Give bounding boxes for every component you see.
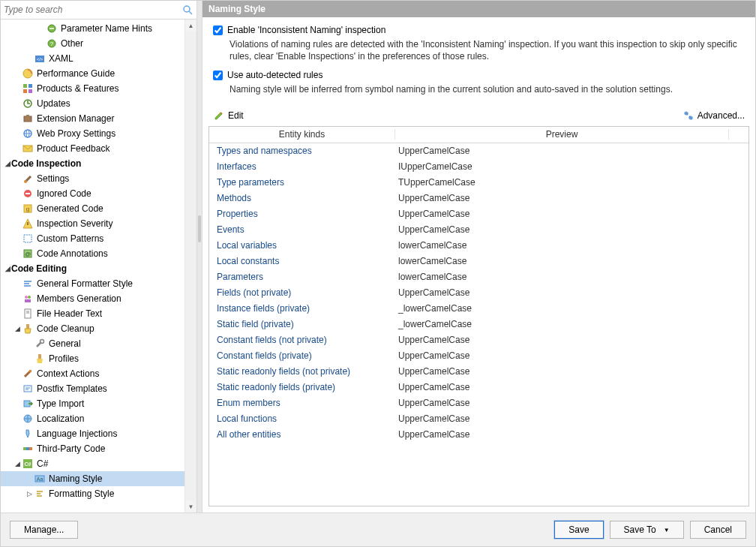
tree-item-generated-code[interactable]: gGenerated Code (1, 201, 184, 216)
cancel-button[interactable]: Cancel (690, 521, 746, 539)
tree-item-general[interactable]: General (1, 336, 184, 351)
entity-kind-link[interactable]: Fields (not private) (209, 287, 395, 298)
entity-kind-link[interactable]: Enum members (209, 398, 395, 408)
entity-kind-link[interactable]: Local constants (209, 256, 395, 266)
scroll-down-arrow-icon[interactable]: ▼ (185, 500, 196, 512)
entity-kind-link[interactable]: Local variables (209, 240, 395, 251)
naming-rule-row[interactable]: MethodsUpperCamelCase (209, 191, 748, 206)
naming-rule-row[interactable]: Enum membersUpperCamelCase (209, 395, 748, 411)
naming-rule-row[interactable]: Local functionsUpperCamelCase (209, 411, 748, 427)
tree-section-code-editing[interactable]: ◢Code Editing (1, 261, 184, 276)
tree-item-formatting-style[interactable]: ▷Formatting Style (1, 486, 184, 501)
tree-collapse-icon[interactable]: ◢ (13, 321, 22, 336)
scroll-thumb[interactable] (185, 32, 196, 500)
tree-collapse-icon[interactable]: ◢ (4, 156, 11, 171)
tree-item-c-[interactable]: ◢C#C# (1, 456, 184, 471)
entity-kind-link[interactable]: Types and namespaces (209, 146, 395, 156)
tree-item-code-cleanup[interactable]: ◢Code Cleanup (1, 321, 184, 336)
tree-item-label: File Header Text (37, 308, 102, 319)
sidebar-splitter[interactable] (197, 1, 202, 512)
entity-kind-link[interactable]: Interfaces (209, 161, 395, 172)
entity-preview: _lowerCamelCase (395, 319, 748, 329)
tree-item-other[interactable]: ?Other (1, 36, 184, 51)
naming-rule-row[interactable]: Static field (private)_lowerCamelCase (209, 317, 748, 332)
naming-rule-row[interactable]: Type parametersTUpperCamelCase (209, 175, 748, 191)
entity-kind-link[interactable]: Static readonly fields (private) (209, 382, 395, 392)
advanced-button[interactable]: Advanced... (682, 110, 745, 122)
tree-item-profiles[interactable]: Profiles (1, 351, 184, 366)
tree-item-custom-patterns[interactable]: Custom Patterns (1, 231, 184, 246)
tree-item-ignored-code[interactable]: Ignored Code (1, 186, 184, 201)
tree-item-naming-style[interactable]: AaNaming Style (1, 471, 184, 486)
tree-item-localization[interactable]: Localization (1, 411, 184, 426)
naming-rule-row[interactable]: Static readonly fields (private)UpperCam… (209, 380, 748, 395)
tree-item-product-feedback[interactable]: Product Feedback (1, 141, 184, 156)
tree-item-code-annotations[interactable]: @Code Annotations (1, 246, 184, 261)
entity-kind-link[interactable]: Local functions (209, 413, 395, 424)
tree-item-file-header-text[interactable]: File Header Text (1, 306, 184, 321)
tree-item-web-proxy-settings[interactable]: Web Proxy Settings (1, 126, 184, 141)
use-auto-detected-rules-checkbox[interactable] (213, 71, 223, 80)
tree-section-code-inspection[interactable]: ◢Code Inspection (1, 156, 184, 171)
naming-rule-row[interactable]: ParameterslowerCamelCase (209, 269, 748, 285)
entity-kind-link[interactable]: Constant fields (private) (209, 350, 395, 361)
entity-kind-link[interactable]: Instance fields (private) (209, 303, 395, 314)
tree-item-settings[interactable]: Settings (1, 171, 184, 186)
naming-rule-row[interactable]: Constant fields (not private)UpperCamelC… (209, 332, 748, 348)
entity-kind-link[interactable]: Static readonly fields (not private) (209, 366, 395, 377)
edit-button[interactable]: Edit (213, 110, 244, 122)
tree-item-general-formatter-style[interactable]: General Formatter Style (1, 276, 184, 291)
tree-item-members-generation[interactable]: Members Generation (1, 291, 184, 306)
tree-item-label: Ignored Code (37, 188, 92, 199)
tree-item-performance-guide[interactable]: Performance Guide (1, 66, 184, 81)
entity-kind-link[interactable]: Properties (209, 209, 395, 219)
naming-rule-row[interactable]: Instance fields (private)_lowerCamelCase (209, 301, 748, 317)
save-to-button[interactable]: Save To ▼ (610, 521, 684, 539)
tree-collapse-icon[interactable]: ◢ (13, 456, 22, 471)
postfix-icon (22, 383, 34, 395)
naming-rule-row[interactable]: InterfacesIUpperCamelCase (209, 159, 748, 175)
search-input[interactable] (4, 5, 182, 15)
entity-kind-link[interactable]: All other entities (209, 429, 395, 440)
tree-item-language-injections[interactable]: Language Injections (1, 426, 184, 441)
entity-kind-link[interactable]: Events (209, 224, 395, 235)
enable-inconsistent-naming-checkbox[interactable] (213, 26, 223, 35)
tree-item-type-import[interactable]: Type Import (1, 396, 184, 411)
search-icon[interactable] (182, 4, 194, 16)
naming-rule-row[interactable]: PropertiesUpperCamelCase (209, 206, 748, 222)
grid-header-entity-kinds[interactable]: Entity kinds (209, 129, 395, 140)
tree-item-label: Code Annotations (37, 248, 108, 259)
tree-item-label: Naming Style (49, 473, 102, 484)
scroll-up-arrow-icon[interactable]: ▲ (185, 20, 196, 32)
tree-collapse-icon[interactable]: ◢ (4, 261, 11, 276)
naming-rule-row[interactable]: Types and namespacesUpperCamelCase (209, 143, 748, 159)
entity-kind-link[interactable]: Static field (private) (209, 319, 395, 329)
manage-button[interactable]: Manage... (10, 521, 78, 539)
naming-rule-row[interactable]: Static readonly fields (not private)Uppe… (209, 364, 748, 380)
tree-item-parameter-name-hints[interactable]: Parameter Name Hints (1, 21, 184, 36)
tree-scrollbar[interactable]: ▲ ▼ (184, 20, 196, 512)
tree-item-extension-manager[interactable]: Extension Manager (1, 111, 184, 126)
entity-kind-link[interactable]: Methods (209, 193, 395, 203)
save-button[interactable]: Save (554, 521, 603, 539)
entity-kind-link[interactable]: Constant fields (not private) (209, 335, 395, 345)
tree-item-postfix-templates[interactable]: Postfix Templates (1, 381, 184, 396)
naming-rule-row[interactable]: Fields (not private)UpperCamelCase (209, 285, 748, 301)
naming-rule-row[interactable]: Local constantslowerCamelCase (209, 254, 748, 269)
tree-item-context-actions[interactable]: Context Actions (1, 366, 184, 381)
entity-kind-link[interactable]: Parameters (209, 272, 395, 282)
settings-tree[interactable]: Parameter Name Hints?Other</>XAMLPerform… (1, 20, 184, 512)
tree-item-updates[interactable]: Updates (1, 96, 184, 111)
tree-item-third-party-code[interactable]: Third-Party Code (1, 441, 184, 456)
naming-rule-row[interactable]: Local variableslowerCamelCase (209, 238, 748, 254)
naming-rule-row[interactable]: EventsUpperCamelCase (209, 222, 748, 238)
naming-rule-row[interactable]: All other entitiesUpperCamelCase (209, 427, 748, 443)
tree-item-xaml[interactable]: </>XAML (1, 51, 184, 66)
entity-kind-link[interactable]: Type parameters (209, 177, 395, 188)
tree-item-inspection-severity[interactable]: Inspection Severity (1, 216, 184, 231)
grid-header-preview[interactable]: Preview (395, 129, 729, 140)
tree-expand-icon[interactable]: ▷ (25, 486, 34, 501)
naming-rule-row[interactable]: Constant fields (private)UpperCamelCase (209, 348, 748, 364)
tree-item-label: XAML (49, 53, 74, 64)
tree-item-products-features[interactable]: Products & Features (1, 81, 184, 96)
